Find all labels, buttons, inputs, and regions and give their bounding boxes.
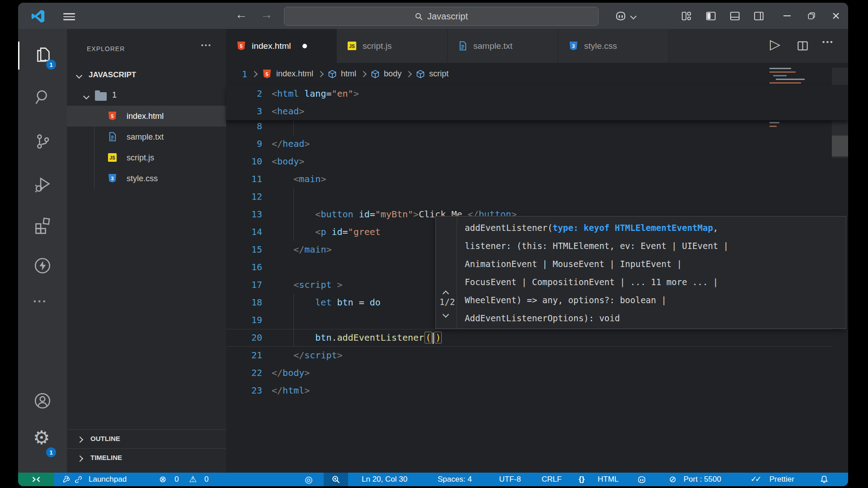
code-text: <p id="greet [272, 223, 381, 241]
tab-sample.txt[interactable]: sample.txt [448, 29, 558, 63]
forward-button[interactable]: → [260, 8, 273, 22]
run-code-button[interactable]: ▷ [770, 36, 780, 52]
timeline-label: TIMELINE [90, 454, 122, 461]
file-label: index.html [127, 106, 164, 127]
chevron-right-icon [77, 436, 83, 443]
file-row-style.css[interactable]: 3style.css [67, 168, 226, 189]
language-mode[interactable]: HTML [598, 473, 618, 486]
extensions-icon[interactable] [33, 216, 52, 235]
hint-line-2: listener: (this: HTMLElement, ev: Event … [465, 237, 840, 255]
eol-sequence[interactable]: CRLF [542, 473, 561, 486]
minimap-line [769, 68, 791, 69]
timeline-section[interactable]: TIMELINE [67, 448, 226, 468]
code-text: btn.addEventListener() [272, 329, 442, 347]
outline-label: OUTLINE [90, 435, 120, 442]
code-line-3: 3<head> [226, 103, 848, 120]
line-number: 12 [226, 188, 262, 206]
encoding[interactable]: UTF-8 [499, 473, 521, 486]
code-text: </script> [272, 347, 343, 364]
parameter-hints-tooltip: 1/2 addEventListener(type: keyof HTMLEle… [435, 216, 846, 329]
previous-hint-icon[interactable] [443, 291, 449, 297]
breadcrumb[interactable]: 15index.htmlhtmlbodyscript [226, 63, 848, 85]
zoom-indicator-button[interactable] [324, 473, 348, 486]
svg-text:5: 5 [266, 71, 269, 77]
sticky-scroll: 2<html lang="en">3<head> [226, 85, 848, 120]
tab-style.css[interactable]: 3style.css [558, 29, 669, 63]
braces-icon: {} [579, 473, 585, 486]
explorer-badge: 1 [46, 60, 56, 70]
errors-icon[interactable]: ⊗ [159, 473, 166, 486]
toggle-secondary-sidebar-icon[interactable] [753, 10, 764, 22]
back-button[interactable]: ← [235, 8, 247, 22]
notifications-bell-icon[interactable] [819, 474, 829, 484]
line-number: 9 [226, 135, 262, 153]
more-actions-icon[interactable]: ··· [33, 294, 47, 309]
remote-indicator[interactable] [18, 473, 54, 486]
settings-badge: 1 [46, 447, 56, 457]
hint-line-1: addEventListener(type: keyof HTMLElement… [465, 219, 840, 237]
breadcrumb-segment-script[interactable]: script [429, 69, 448, 79]
cursor-position[interactable]: Ln 20, Col 30 [362, 473, 407, 486]
svg-text:5: 5 [111, 113, 114, 119]
menu-icon[interactable] [63, 11, 75, 22]
symbol-cube-icon [371, 70, 380, 79]
restore-button[interactable] [801, 3, 822, 29]
warnings-icon[interactable]: ⚠ [189, 473, 197, 486]
launchpad-button[interactable]: Launchpad [89, 473, 127, 486]
customize-layout-icon[interactable] [681, 10, 692, 22]
copilot-menu-chevron-icon[interactable] [630, 13, 637, 19]
code-text: </html> [272, 382, 310, 399]
code-text: <head> [272, 103, 304, 120]
svg-text:JS: JS [109, 155, 115, 160]
tab-label: style.css [584, 41, 617, 51]
code-text: </body> [272, 364, 310, 382]
port-icon: ⊘ [669, 473, 676, 486]
minimize-button[interactable] [777, 3, 797, 29]
search-sidebar-icon[interactable] [33, 88, 52, 107]
folder-row[interactable]: 1 [67, 89, 226, 105]
screencast-target-icon[interactable]: ◎ [305, 473, 312, 486]
minimap-line [773, 75, 787, 76]
tab-bar: 5index.htmlJSscript.jssample.txt3style.c… [226, 29, 848, 63]
editor-more-actions-icon[interactable]: ··· [822, 35, 834, 49]
toggle-primary-sidebar-icon[interactable] [705, 10, 717, 22]
settings-gear-icon[interactable]: ⚙ [33, 428, 50, 447]
tab-script.js[interactable]: JSscript.js [337, 29, 448, 63]
breadcrumb-file[interactable]: index.html [276, 69, 313, 79]
tab-label: script.js [363, 41, 392, 51]
next-hint-icon[interactable] [443, 311, 449, 318]
split-editor-icon[interactable] [797, 40, 809, 52]
tab-index.html[interactable]: 5index.html [226, 29, 337, 63]
file-label: script.js [127, 147, 154, 168]
search-label: Javascript [427, 11, 468, 22]
copilot-icon[interactable] [614, 10, 627, 22]
breadcrumb-segment-html[interactable]: html [341, 69, 356, 79]
line-number: 19 [226, 311, 262, 329]
prettier-button[interactable]: Prettier [769, 473, 794, 486]
command-center-search[interactable]: Javascript [284, 7, 599, 26]
line-number: 13 [226, 206, 262, 223]
breadcrumb-segment-body[interactable]: body [384, 69, 401, 79]
explorer-header: EXPLORER [87, 45, 125, 52]
close-button[interactable]: × [826, 3, 846, 29]
outline-section[interactable]: OUTLINE [67, 429, 226, 449]
file-row-sample.txt[interactable]: sample.txt [67, 127, 226, 147]
minimap-line [769, 126, 777, 127]
copilot-status-icon[interactable] [637, 475, 647, 484]
explorer-more-icon[interactable]: ··· [201, 39, 212, 52]
section-javascript[interactable]: JAVASCRIPT [67, 69, 226, 83]
indentation[interactable]: Spaces: 4 [438, 473, 472, 486]
account-icon[interactable] [33, 391, 52, 410]
errors-count[interactable]: 0 [175, 473, 179, 486]
live-server-icon[interactable] [33, 256, 52, 275]
warnings-count[interactable]: 0 [204, 473, 208, 486]
port-button[interactable]: Port : 5500 [684, 473, 721, 486]
source-control-icon[interactable] [33, 132, 52, 151]
file-row-index.html[interactable]: 5index.html [67, 106, 226, 127]
toggle-panel-icon[interactable] [729, 10, 741, 22]
scrollbar-thumb[interactable] [832, 136, 848, 156]
file-row-script.js[interactable]: JSscript.js [67, 147, 226, 168]
symbol-cube-icon [416, 70, 425, 79]
run-debug-icon[interactable] [33, 175, 52, 194]
status-bar: Launchpad ⊗ 0 ⚠ 0 ◎ Ln 20, Col 30 Spaces… [18, 473, 848, 486]
